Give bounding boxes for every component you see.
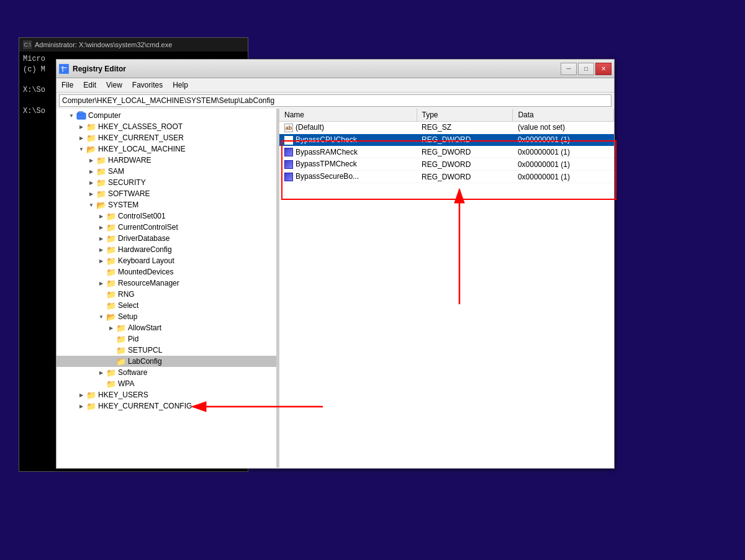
tree-item-pid[interactable]: ▶ 📁 Pid	[56, 333, 276, 345]
tree-item-hkey-users[interactable]: ▶ 📁 HKEY_USERS	[56, 389, 276, 400]
reg-dword-icon	[284, 160, 293, 169]
expander-allowstart[interactable]: ▶	[106, 323, 116, 333]
menu-edit[interactable]: Edit	[78, 79, 101, 91]
tree-item-wpa[interactable]: ▶ 📁 WPA	[56, 378, 276, 389]
tree-item-software-hklm[interactable]: ▶ 📁 SOFTWARE	[56, 188, 276, 199]
maximize-button[interactable]: □	[578, 63, 594, 75]
expander-classes[interactable]: ▶	[76, 122, 86, 132]
folder-setup-icon: 📂	[106, 312, 116, 321]
tree-item-select[interactable]: ▶ 📁 Select	[56, 300, 276, 311]
expander-computer[interactable]: ▼	[66, 111, 76, 120]
reg-type-cell: REG_DWORD	[417, 171, 513, 183]
expander-hkey-current-config[interactable]: ▶	[76, 401, 86, 411]
expander-local-machine[interactable]: ▼	[76, 144, 86, 154]
tree-item-setupcl[interactable]: ▶ 📁 SETUPCL	[56, 345, 276, 356]
cmd-icon: C:\	[23, 40, 32, 49]
tree-item-controlset001[interactable]: ▶ 📁 ControlSet001	[56, 210, 276, 222]
expander-current-user[interactable]: ▶	[76, 133, 86, 143]
software-hklm-label: SOFTWARE	[108, 189, 150, 198]
currentcontrolset-label: CurrentControlSet	[118, 223, 178, 232]
tree-item-mounteddevices[interactable]: ▶ 📁 MountedDevices	[56, 266, 276, 278]
reg-name-cell: BypassRAMCheck	[279, 146, 417, 158]
folder-classes-icon: 📁	[86, 122, 96, 131]
reg-data-cell: 0x00000001 (1)	[513, 171, 614, 183]
close-button[interactable]: ✕	[595, 63, 612, 75]
tree-item-security[interactable]: ▶ 📁 SECURITY	[56, 177, 276, 188]
reg-name-cell: ab(Default)	[279, 122, 417, 134]
folder-security-icon: 📁	[96, 178, 106, 187]
folder-hkey-users-icon: 📁	[86, 391, 96, 399]
regedit-title: Registry Editor	[73, 65, 561, 73]
expander-driverdatabase[interactable]: ▶	[96, 233, 106, 243]
expander-system[interactable]: ▼	[86, 200, 96, 210]
col-name-header: Name	[279, 109, 417, 122]
resourcemanager-label: ResourceManager	[118, 279, 179, 287]
computer-label: Computer	[88, 111, 121, 120]
reg-dword-icon	[284, 148, 293, 156]
expander-software-child[interactable]: ▶	[96, 368, 106, 377]
tree-item-hkey-local-machine[interactable]: ▼ 📂 HKEY_LOCAL_MACHINE	[56, 143, 276, 155]
table-row[interactable]: BypassRAMCheck REG_DWORD 0x00000001 (1)	[279, 146, 614, 158]
expander-currentcontrolset[interactable]: ▶	[96, 222, 106, 232]
table-row[interactable]: BypassTPMCheck REG_DWORD 0x00000001 (1)	[279, 158, 614, 171]
expander-setup[interactable]: ▼	[96, 312, 106, 322]
tree-item-computer[interactable]: ▼ Computer	[56, 110, 276, 121]
minimize-button[interactable]: ─	[561, 63, 577, 75]
keyboard-layout-label: Keyboard Layout	[118, 256, 174, 265]
tree-panel[interactable]: ▼ Computer ▶ 📁 HKEY_CLASSES_ROOT	[56, 109, 277, 467]
tree-item-setup[interactable]: ▼ 📂 Setup	[56, 311, 276, 322]
folder-sam-icon: 📁	[96, 167, 106, 176]
table-row[interactable]: ab(Default) REG_SZ (value not set)	[279, 122, 614, 134]
tree-item-hkey-current-user[interactable]: ▶ 📁 HKEY_CURRENT_USER	[56, 132, 276, 143]
tree-item-hkey-classes-root[interactable]: ▶ 📁 HKEY_CLASSES_ROOT	[56, 121, 276, 132]
expander-resourcemanager[interactable]: ▶	[96, 278, 106, 288]
folder-wpa-icon: 📁	[106, 379, 116, 388]
reg-type-cell: REG_DWORD	[417, 158, 513, 171]
folder-hkey-current-config-icon: 📁	[86, 402, 96, 410]
expander-hkey-users[interactable]: ▶	[76, 390, 86, 400]
table-row[interactable]: BypassCPUCheck REG_DWORD 0x00000001 (1)	[279, 133, 614, 146]
menu-view[interactable]: View	[101, 79, 127, 91]
folder-labconfig-icon: 📁	[116, 357, 126, 366]
tree-item-allowstart[interactable]: ▶ 📁 AllowStart	[56, 322, 276, 333]
menu-favorites[interactable]: Favorites	[127, 79, 168, 91]
expander-keyboard-layout[interactable]: ▶	[96, 256, 106, 266]
hardware-label: HARDWARE	[108, 156, 151, 165]
reg-name-cell: BypassTPMCheck	[279, 158, 417, 171]
menu-file[interactable]: File	[56, 79, 78, 91]
cmd-title: Administrator: X:\windows\system32\cmd.e…	[35, 41, 172, 48]
folder-controlset001-icon: 📁	[106, 212, 116, 220]
reg-data-cell: 0x00000001 (1)	[513, 133, 614, 146]
folder-local-machine-icon: 📂	[86, 145, 96, 153]
computer-icon	[76, 111, 86, 120]
expander-hardware[interactable]: ▶	[86, 155, 96, 165]
controlset001-label: ControlSet001	[118, 212, 166, 220]
folder-driverdatabase-icon: 📁	[106, 234, 116, 243]
table-row[interactable]: BypassSecureBo... REG_DWORD 0x00000001 (…	[279, 171, 614, 183]
tree-item-sam[interactable]: ▶ 📁 SAM	[56, 166, 276, 177]
regedit-titlebar: Registry Editor ─ □ ✕	[56, 60, 614, 78]
hkey-classes-root-label: HKEY_CLASSES_ROOT	[98, 122, 183, 131]
allowstart-label: AllowStart	[128, 323, 161, 332]
folder-software-icon: 📁	[96, 189, 106, 198]
expander-hardwareconfig[interactable]: ▶	[96, 245, 106, 255]
expander-software[interactable]: ▶	[86, 189, 96, 199]
wpa-label: WPA	[118, 379, 134, 388]
tree-item-keyboard-layout[interactable]: ▶ 📁 Keyboard Layout	[56, 255, 276, 266]
tree-item-hardwareconfig[interactable]: ▶ 📁 HardwareConfig	[56, 244, 276, 255]
tree-item-hkey-current-config[interactable]: ▶ 📁 HKEY_CURRENT_CONFIG	[56, 400, 276, 412]
tree-item-labconfig[interactable]: ▶ 📁 LabConfig	[56, 356, 276, 367]
tree-item-hardware[interactable]: ▶ 📁 HARDWARE	[56, 155, 276, 166]
tree-item-resourcemanager[interactable]: ▶ 📁 ResourceManager	[56, 278, 276, 289]
tree-item-rng[interactable]: ▶ 📁 RNG	[56, 289, 276, 300]
menu-help[interactable]: Help	[168, 79, 193, 91]
expander-controlset001[interactable]: ▶	[96, 211, 106, 221]
sam-label: SAM	[108, 167, 124, 176]
reg-type-cell: REG_DWORD	[417, 146, 513, 158]
tree-item-driverdatabase[interactable]: ▶ 📁 DriverDatabase	[56, 233, 276, 244]
tree-item-currentcontrolset[interactable]: ▶ 📁 CurrentControlSet	[56, 222, 276, 233]
tree-item-system[interactable]: ▼ 📂 SYSTEM	[56, 199, 276, 210]
expander-sam[interactable]: ▶	[86, 166, 96, 176]
expander-security[interactable]: ▶	[86, 178, 96, 187]
tree-item-software-child[interactable]: ▶ 📁 Software	[56, 367, 276, 378]
